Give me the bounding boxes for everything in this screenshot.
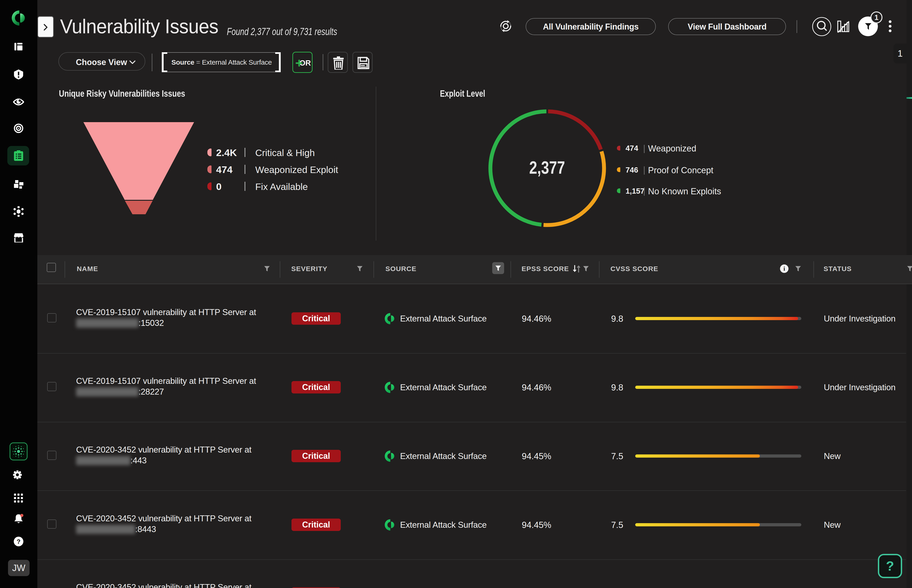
- svg-text:?: ?: [16, 538, 20, 545]
